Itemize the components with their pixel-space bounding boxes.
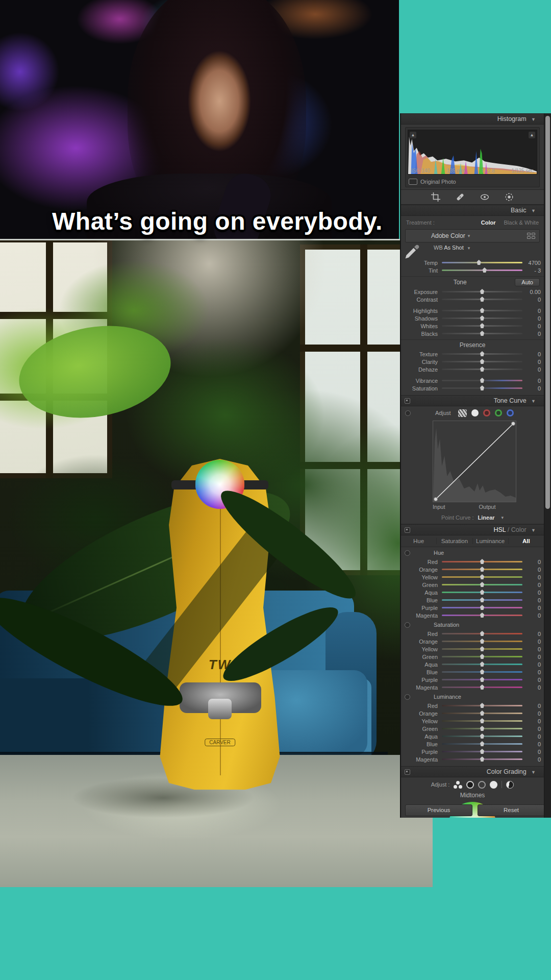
- targeted-adjust-icon[interactable]: [405, 622, 410, 628]
- collapse-arrow-icon[interactable]: ▼: [531, 770, 536, 775]
- slider-track[interactable]: [442, 561, 522, 562]
- red-channel-icon[interactable]: [483, 409, 490, 416]
- slider-track[interactable]: [442, 317, 522, 319]
- slider-value[interactable]: 0: [522, 597, 541, 603]
- tone-curve-graph[interactable]: [433, 421, 516, 502]
- point-curve-value[interactable]: Linear: [478, 514, 495, 521]
- midtones-wheel-icon[interactable]: [478, 781, 486, 789]
- slider-thumb[interactable]: [480, 605, 485, 610]
- slider-track[interactable]: [442, 291, 522, 292]
- scrollbar-track[interactable]: [544, 113, 551, 818]
- original-photo-row[interactable]: Original Photo: [406, 177, 539, 187]
- slider-value[interactable]: 0: [522, 710, 541, 717]
- slider-value[interactable]: 0: [522, 359, 541, 365]
- slider-thumb[interactable]: [480, 559, 485, 564]
- slider-thumb[interactable]: [480, 366, 485, 372]
- previous-button[interactable]: Previous: [405, 804, 472, 816]
- hsl-header[interactable]: HSL / Color ▼: [401, 524, 544, 535]
- slider-thumb[interactable]: [480, 741, 485, 746]
- red-eye-tool-icon[interactable]: [480, 192, 489, 202]
- slider-value[interactable]: 0: [522, 703, 541, 709]
- histogram-header[interactable]: Histogram ▼: [401, 113, 544, 125]
- targeted-adjust-icon[interactable]: [405, 550, 410, 556]
- slider-thumb[interactable]: [480, 733, 485, 739]
- masking-tool-icon[interactable]: [505, 192, 514, 202]
- slider-track[interactable]: [442, 687, 522, 688]
- panel-switch-icon[interactable]: [405, 398, 410, 404]
- slider-track[interactable]: [442, 751, 522, 752]
- tab-saturation[interactable]: Saturation: [436, 538, 472, 544]
- slider-thumb[interactable]: [480, 646, 485, 651]
- slider-track[interactable]: [442, 607, 522, 608]
- slider-track[interactable]: [442, 664, 522, 665]
- crop-tool-icon[interactable]: [431, 192, 440, 202]
- color-title[interactable]: Color: [511, 526, 527, 533]
- slider-value[interactable]: 0: [522, 749, 541, 755]
- slider-value[interactable]: 0: [522, 605, 541, 611]
- slider-track[interactable]: [442, 353, 522, 355]
- slider-track[interactable]: [442, 713, 522, 714]
- slider-track[interactable]: [442, 615, 522, 616]
- targeted-adjust-icon[interactable]: [405, 410, 411, 416]
- slider-thumb[interactable]: [480, 726, 485, 731]
- slider-track[interactable]: [442, 369, 522, 370]
- slider-track[interactable]: [442, 569, 522, 570]
- highlights-wheel-icon[interactable]: [490, 781, 497, 789]
- scrollbar-thumb[interactable]: [545, 116, 550, 509]
- slider-value[interactable]: 0: [522, 331, 541, 337]
- slider-track[interactable]: [442, 299, 522, 300]
- slider-thumb[interactable]: [477, 260, 481, 265]
- slider-value[interactable]: 0: [522, 631, 541, 637]
- slider-value[interactable]: 0: [522, 323, 541, 329]
- slider-value[interactable]: 0: [522, 669, 541, 675]
- slider-thumb[interactable]: [480, 378, 485, 383]
- shadow-clipping-icon[interactable]: ▲: [410, 132, 416, 138]
- slider-value[interactable]: 0: [522, 366, 541, 373]
- slider-value[interactable]: 0: [522, 718, 541, 724]
- slider-value[interactable]: 0: [522, 726, 541, 732]
- slider-track[interactable]: [442, 728, 522, 729]
- slider-value[interactable]: 0: [522, 646, 541, 652]
- slider-thumb[interactable]: [480, 574, 485, 579]
- slider-value[interactable]: 0: [522, 756, 541, 763]
- tone-curve-header[interactable]: Tone Curve ▼: [401, 395, 544, 406]
- slider-thumb[interactable]: [480, 331, 485, 336]
- slider-track[interactable]: [442, 656, 522, 657]
- slider-thumb[interactable]: [480, 631, 485, 636]
- slider-value[interactable]: 0: [522, 567, 541, 573]
- reset-button[interactable]: Reset: [478, 804, 545, 816]
- slider-thumb[interactable]: [480, 710, 485, 716]
- slider-value[interactable]: 0: [522, 559, 541, 565]
- slider-thumb[interactable]: [480, 315, 485, 321]
- slider-value[interactable]: 0: [522, 662, 541, 668]
- slider-value[interactable]: 0: [522, 378, 541, 384]
- blue-channel-icon[interactable]: [507, 409, 514, 416]
- slider-track[interactable]: [442, 736, 522, 737]
- green-channel-icon[interactable]: [495, 409, 502, 416]
- slider-value[interactable]: 0: [522, 677, 541, 683]
- slider-value[interactable]: 0: [522, 590, 541, 596]
- slider-track[interactable]: [442, 576, 522, 578]
- slider-thumb[interactable]: [480, 669, 485, 674]
- collapse-arrow-icon[interactable]: ▼: [531, 117, 536, 122]
- slider-value[interactable]: 0: [522, 385, 541, 391]
- parametric-curve-icon[interactable]: [458, 409, 467, 417]
- slider-thumb[interactable]: [480, 567, 485, 572]
- slider-value[interactable]: 0: [522, 351, 541, 357]
- slider-thumb[interactable]: [480, 582, 485, 587]
- three-way-icon[interactable]: [454, 781, 462, 789]
- slider-thumb[interactable]: [480, 297, 485, 302]
- point-curve-icon[interactable]: [471, 409, 479, 416]
- slider-value[interactable]: 0: [522, 582, 541, 588]
- histogram-plot[interactable]: ▲ ▲ ISO 140 135 mm f / 2.8 1/125 sec: [408, 130, 537, 175]
- slider-value[interactable]: - 3: [522, 267, 541, 274]
- slider-track[interactable]: [442, 720, 522, 722]
- slider-thumb[interactable]: [480, 597, 485, 602]
- slider-track[interactable]: [442, 584, 522, 585]
- slider-value[interactable]: 0: [522, 639, 541, 645]
- slider-track[interactable]: [442, 592, 522, 593]
- slider-thumb[interactable]: [480, 703, 485, 708]
- slider-thumb[interactable]: [480, 385, 485, 390]
- highlight-clipping-icon[interactable]: ▲: [529, 132, 535, 138]
- tab-hue[interactable]: Hue: [401, 538, 436, 544]
